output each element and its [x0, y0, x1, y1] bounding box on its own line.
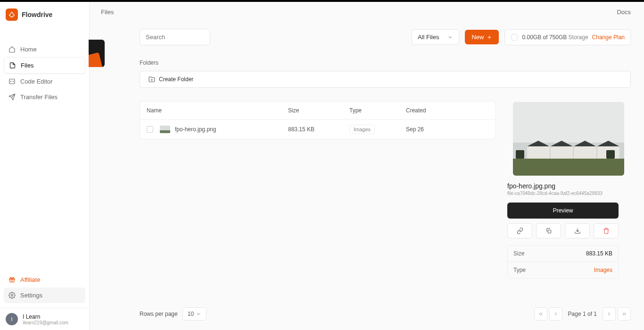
- rows-per-page-select[interactable]: 10: [182, 307, 206, 321]
- trash-icon: [603, 228, 610, 234]
- new-button-label: New: [471, 34, 484, 41]
- sidebar: Flowdrive Home Files Code Editor Transfe…: [0, 2, 90, 330]
- file-created: Sep 26: [406, 126, 489, 133]
- folder-plus-icon: [149, 76, 155, 83]
- meta-box: Size 883.15 KB Type Images: [507, 245, 619, 279]
- chevron-down-icon: [447, 34, 453, 40]
- chevron-right-icon: [606, 311, 612, 317]
- page-first-button[interactable]: [534, 307, 547, 321]
- copy-link-button[interactable]: [507, 223, 532, 238]
- nav-files-label: Files: [21, 62, 33, 69]
- bottom-nav: Affiliate Settings: [0, 269, 89, 308]
- preview-button[interactable]: Preview: [507, 203, 619, 219]
- nav: Home Files Code Editor Transfer Files: [0, 27, 89, 269]
- header-created[interactable]: Created: [406, 107, 489, 114]
- file-name: fpo-hero.jpg.png: [175, 126, 216, 133]
- nav-transfer-label: Transfer Files: [20, 93, 58, 101]
- footer: Rows per page 10 Page 1 of 1: [140, 302, 631, 330]
- header-name[interactable]: Name: [147, 107, 288, 114]
- nav-home[interactable]: Home: [4, 42, 85, 57]
- nav-affiliate[interactable]: Affiliate: [4, 272, 85, 288]
- app-card-icon: [89, 40, 105, 67]
- nav-files[interactable]: Files: [4, 57, 85, 74]
- create-folder-button[interactable]: Create Folder: [140, 71, 631, 88]
- storage-text: 0.00GB of 750GB Storage: [522, 34, 588, 41]
- plus-icon: [487, 34, 492, 40]
- row-checkbox[interactable]: [147, 126, 153, 133]
- folders-label: Folders: [140, 59, 631, 66]
- brand-logo-icon: [6, 8, 18, 21]
- storage-box: 0.00GB of 750GB Storage Change Plan: [504, 29, 631, 45]
- page-prev-button[interactable]: [549, 307, 562, 321]
- detail-panel: fpo-hero.jpg.png file-ca7049dc-28cd-4caa…: [506, 101, 631, 302]
- page-last-button[interactable]: [618, 307, 631, 321]
- file-type-tag: Images: [349, 125, 375, 134]
- detail-filename: fpo-hero.jpg.png: [507, 182, 630, 190]
- toolbar: All Files New 0.00GB of 750GB Storage Ch…: [140, 29, 631, 45]
- nav-settings-label: Settings: [20, 292, 42, 299]
- svg-rect-0: [9, 79, 15, 84]
- change-plan-link[interactable]: Change Plan: [592, 34, 625, 41]
- brand-name: Flowdrive: [22, 11, 52, 18]
- detail-file-id: file-ca7049dc-28cd-4caa-9af2-ec6445a2983…: [507, 191, 630, 196]
- svg-point-3: [11, 295, 13, 296]
- breadcrumb: Files: [101, 8, 114, 16]
- page-info: Page 1 of 1: [564, 311, 601, 317]
- user-row[interactable]: I I Learn ilearn219@gmail.com: [0, 308, 89, 330]
- create-folder-label: Create Folder: [159, 76, 193, 83]
- storage-ring-icon: [511, 34, 518, 41]
- user-name: I Learn: [23, 313, 68, 320]
- copy-button[interactable]: [536, 223, 561, 238]
- table-header: Name Size Type Created: [140, 102, 495, 120]
- topbar: Files Docs: [90, 2, 644, 22]
- meta-type-key: Type: [513, 267, 526, 273]
- new-button[interactable]: New: [465, 30, 499, 44]
- filter-select-label: All Files: [418, 34, 439, 41]
- copy-icon: [545, 228, 552, 234]
- link-icon: [517, 228, 523, 234]
- nav-home-label: Home: [20, 46, 37, 53]
- nav-code-editor[interactable]: Code Editor: [4, 74, 85, 89]
- preview-image: [513, 102, 624, 176]
- rows-per-page-value: 10: [188, 311, 194, 317]
- rows-per-page-label: Rows per page: [140, 311, 178, 317]
- header-size[interactable]: Size: [288, 107, 349, 114]
- nav-code-editor-label: Code Editor: [20, 78, 53, 85]
- search-input[interactable]: [140, 29, 210, 45]
- thumbnail-icon: [160, 126, 170, 133]
- page-next-button[interactable]: [603, 307, 616, 321]
- chevron-left-icon: [553, 311, 559, 317]
- svg-rect-4: [548, 230, 551, 233]
- brand: Flowdrive: [0, 2, 89, 27]
- delete-button[interactable]: [594, 223, 619, 238]
- avatar: I: [6, 313, 18, 325]
- meta-size-key: Size: [513, 250, 524, 257]
- meta-size-value: 883.15 KB: [586, 250, 612, 257]
- nav-transfer[interactable]: Transfer Files: [4, 89, 85, 105]
- download-icon: [574, 228, 581, 234]
- header-type[interactable]: Type: [349, 107, 406, 114]
- file-size: 883.15 KB: [288, 126, 349, 133]
- table-row[interactable]: fpo-hero.jpg.png 883.15 KB Images Sep 26: [140, 120, 495, 139]
- filter-select[interactable]: All Files: [412, 29, 460, 45]
- main: Files Docs All Files New 0.00GB of 75: [90, 2, 644, 330]
- nav-affiliate-label: Affiliate: [20, 276, 40, 283]
- nav-settings[interactable]: Settings: [4, 288, 85, 303]
- chevrons-right-icon: [621, 311, 627, 317]
- docs-link[interactable]: Docs: [617, 8, 631, 16]
- download-button[interactable]: [565, 223, 590, 238]
- user-email: ilearn219@gmail.com: [23, 320, 68, 325]
- chevrons-left-icon: [538, 311, 544, 317]
- file-table: Name Size Type Created fpo-hero.jpg.png …: [140, 101, 496, 139]
- meta-type-value[interactable]: Images: [594, 267, 612, 273]
- chevron-down-icon: [196, 311, 201, 317]
